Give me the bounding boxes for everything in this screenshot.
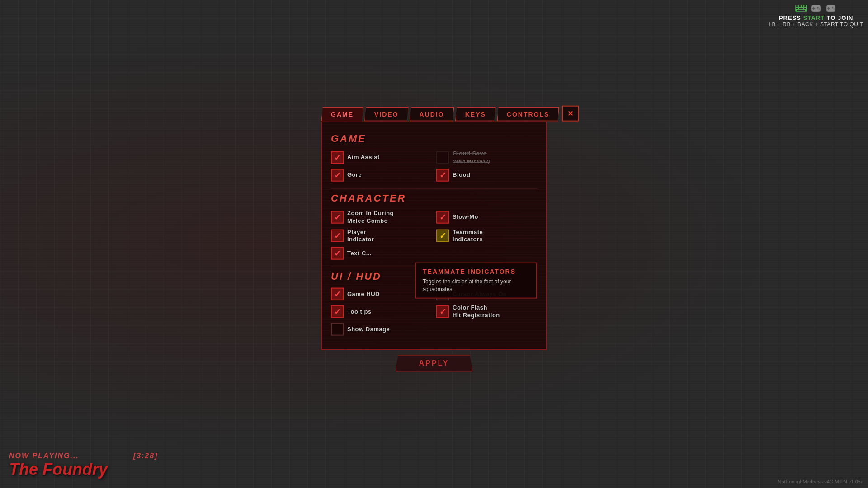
svg-rect-6: [799, 8, 803, 9]
svg-point-12: [819, 9, 820, 10]
blood-setting: Blood: [436, 169, 537, 181]
slowmo-checkbox[interactable]: [436, 211, 449, 223]
keyboard-icon: [795, 4, 807, 13]
teammate-indicators-checkbox[interactable]: [436, 230, 449, 242]
controller-area: PRESS START TO JOIN LB + RB + BACK + STA…: [769, 4, 863, 28]
controller-icons: [769, 4, 863, 13]
aim-assist-label: Aim Assist: [347, 154, 380, 161]
svg-point-15: [832, 7, 834, 9]
tooltip-text: Toggles the circles at the feet of your …: [423, 278, 529, 293]
cloud-save-label: Cloud Save(Main Manually): [453, 150, 490, 165]
teammate-indicators-label: TeammateIndicators: [453, 228, 483, 244]
zoom-label: Zoom In DuringMelee Combo: [347, 209, 394, 225]
character-settings-grid: Zoom In DuringMelee Combo Slow-Mo Player…: [331, 209, 537, 260]
game-settings-grid: Aim Assist Cloud Save(Main Manually) Gor…: [331, 150, 537, 182]
player-indicator-setting: PlayerIndicator: [331, 228, 432, 244]
show-damage-label: Show Damage: [347, 325, 390, 333]
svg-rect-1: [796, 5, 798, 7]
start-highlight: START: [803, 14, 825, 21]
slowmo-label: Slow-Mo: [453, 213, 478, 221]
blood-checkbox[interactable]: [436, 169, 449, 181]
svg-rect-2: [799, 5, 801, 7]
separator-1: [331, 188, 537, 188]
gore-setting: Gore: [331, 169, 432, 181]
tab-audio[interactable]: AUDIO: [410, 107, 454, 122]
teammate-indicators-setting: TeammateIndicators: [436, 228, 537, 244]
game-section-header: GAME: [331, 133, 537, 145]
quit-text: LB + RB + BACK + START TO QUIT: [769, 21, 863, 28]
tab-controls[interactable]: CONTROLS: [497, 107, 560, 122]
version-text: NotEnoughMadness v4G M:PN v1.05a: [778, 479, 863, 484]
tab-game[interactable]: GAME: [321, 107, 363, 122]
close-button[interactable]: ✕: [562, 106, 579, 122]
gamepad1-icon: [810, 4, 822, 13]
game-hud-label: Game HUD: [347, 291, 380, 298]
text-chat-setting: Text C...: [331, 247, 432, 260]
now-playing-area: NOW PLAYING... [3:28] The Foundry: [9, 452, 158, 479]
aim-assist-setting: Aim Assist: [331, 150, 432, 165]
svg-rect-7: [804, 8, 806, 9]
blood-label: Blood: [453, 171, 470, 179]
aim-assist-checkbox[interactable]: [331, 151, 344, 164]
tooltips-checkbox[interactable]: [331, 305, 344, 318]
gamepad2-icon: [825, 4, 837, 13]
tab-keys[interactable]: KEYS: [455, 107, 496, 122]
tooltips-label: Tooltips: [347, 308, 372, 315]
zoom-checkbox[interactable]: [331, 211, 344, 223]
slowmo-setting: Slow-Mo: [436, 209, 537, 225]
svg-rect-10: [812, 8, 815, 9]
now-playing-time: [3:28]: [133, 452, 158, 460]
tooltip-popup: TEAMMATE INDICATORS Toggles the circles …: [415, 263, 537, 299]
player-indicator-label: PlayerIndicator: [347, 228, 374, 244]
cloud-save-checkbox[interactable]: [436, 151, 449, 164]
svg-point-11: [817, 7, 819, 9]
character-section-header: CHARACTER: [331, 192, 537, 204]
dialog-body: GAME Aim Assist Cloud Save(Main Manually…: [321, 122, 547, 350]
gore-checkbox[interactable]: [331, 169, 344, 181]
text-chat-checkbox[interactable]: [331, 247, 344, 260]
now-playing-song: The Foundry: [9, 460, 158, 479]
svg-point-16: [834, 9, 835, 10]
cloud-save-setting: Cloud Save(Main Manually): [436, 150, 537, 165]
to-join-label: TO JOIN: [825, 14, 853, 21]
color-flash-setting: Color FlashHit Registration: [436, 304, 537, 319]
gore-label: Gore: [347, 171, 362, 179]
press-start-text: PRESS START TO JOIN: [769, 14, 863, 21]
game-hud-checkbox[interactable]: [331, 288, 344, 300]
now-playing-label: NOW PLAYING...: [9, 452, 79, 460]
player-indicator-checkbox[interactable]: [331, 230, 344, 242]
color-flash-label: Color FlashHit Registration: [453, 304, 500, 319]
press-label: PRESS: [779, 14, 803, 21]
svg-rect-14: [827, 8, 830, 9]
tooltips-setting: Tooltips: [331, 304, 432, 319]
tooltip-title: TEAMMATE INDICATORS: [423, 268, 529, 275]
zoom-setting: Zoom In DuringMelee Combo: [331, 209, 432, 225]
apply-button[interactable]: APPLY: [396, 355, 473, 372]
svg-rect-5: [796, 8, 798, 9]
show-damage-checkbox[interactable]: [331, 323, 344, 336]
color-flash-checkbox[interactable]: [436, 305, 449, 318]
svg-rect-3: [802, 5, 803, 7]
svg-rect-4: [804, 5, 806, 7]
tab-video[interactable]: VIDEO: [364, 107, 409, 122]
tabs-container: GAME VIDEO AUDIO KEYS CONTROLS ✕: [321, 106, 547, 122]
svg-rect-8: [797, 10, 805, 11]
settings-dialog: GAME VIDEO AUDIO KEYS CONTROLS ✕ GAME Ai…: [321, 106, 547, 372]
apply-btn-container: APPLY: [321, 355, 547, 372]
show-damage-setting: Show Damage: [331, 323, 432, 336]
text-chat-label: Text C...: [347, 250, 372, 258]
